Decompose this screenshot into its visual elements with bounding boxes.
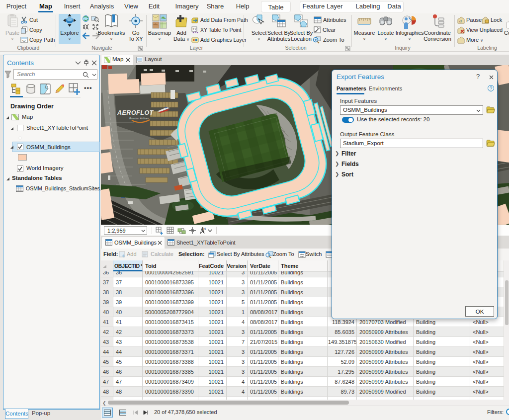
svg-text:Russian Airlines: Russian Airlines — [129, 117, 149, 120]
svg-text:XY: XY — [192, 27, 197, 31]
svg-text:W: W — [22, 39, 26, 43]
svg-text:a: a — [459, 18, 462, 23]
svg-text:N: N — [203, 227, 206, 231]
svg-text:AEROFLOT: AEROFLOT — [117, 109, 154, 116]
